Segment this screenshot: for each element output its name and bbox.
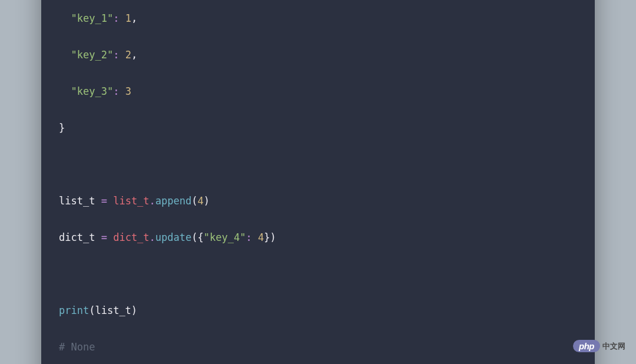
watermark: php 中文网 <box>573 340 625 352</box>
dot: . <box>150 231 155 243</box>
colon: : <box>113 12 119 24</box>
code-line: dict_t = dict_t.update({"key_4": 4}) <box>59 229 577 247</box>
function-name: append <box>155 195 191 207</box>
function-name: update <box>155 231 191 243</box>
number: 1 <box>125 12 131 24</box>
variable-name: list_t <box>59 195 95 207</box>
dot: . <box>150 195 155 207</box>
operator: = <box>101 231 107 243</box>
watermark-text: 中文网 <box>602 341 625 352</box>
string: "key_4" <box>204 231 246 243</box>
brace: } <box>264 231 270 243</box>
number: 3 <box>125 85 131 97</box>
string: "key_3" <box>71 85 113 97</box>
comma: , <box>131 49 137 61</box>
brace: } <box>59 122 65 134</box>
paren: ) <box>131 305 137 316</box>
code-line: # None <box>59 338 577 356</box>
colon: : <box>113 85 119 97</box>
code-line: list_t = list_t.append(4) <box>59 192 577 210</box>
paren: ( <box>191 195 197 207</box>
paren: ( <box>191 231 197 243</box>
number: 4 <box>258 231 264 243</box>
paren: ( <box>89 305 95 316</box>
number: 4 <box>198 195 204 207</box>
variable-name: list_t <box>113 195 149 207</box>
code-line: "key_3": 3 <box>59 82 577 101</box>
blank-line <box>59 265 577 283</box>
code-line: } <box>59 119 577 137</box>
variable-name: dict_t <box>113 231 149 243</box>
brace: { <box>198 231 204 243</box>
code-line: "key_2": 2, <box>59 46 577 64</box>
operator: = <box>101 195 107 207</box>
string: "key_1" <box>71 12 113 24</box>
code-content: list_t = [1, 2, 3] dict_t = { "key_1": 1… <box>41 0 595 364</box>
colon: : <box>113 49 119 61</box>
variable-name: dict_t <box>59 231 95 243</box>
code-line: print(list_t) <box>59 302 577 320</box>
code-line: "key_1": 1, <box>59 9 577 28</box>
paren: ) <box>204 195 210 207</box>
colon: : <box>246 231 251 243</box>
blank-line <box>59 155 577 174</box>
builtin-function: print <box>59 305 89 316</box>
string: "key_2" <box>71 49 113 61</box>
comma: , <box>131 12 137 24</box>
php-badge: php <box>573 340 600 352</box>
comment: # None <box>59 341 95 353</box>
paren: ) <box>270 231 276 243</box>
variable-name: list_t <box>95 305 131 316</box>
number: 2 <box>125 49 131 61</box>
code-editor-window: list_t = [1, 2, 3] dict_t = { "key_1": 1… <box>41 0 595 364</box>
